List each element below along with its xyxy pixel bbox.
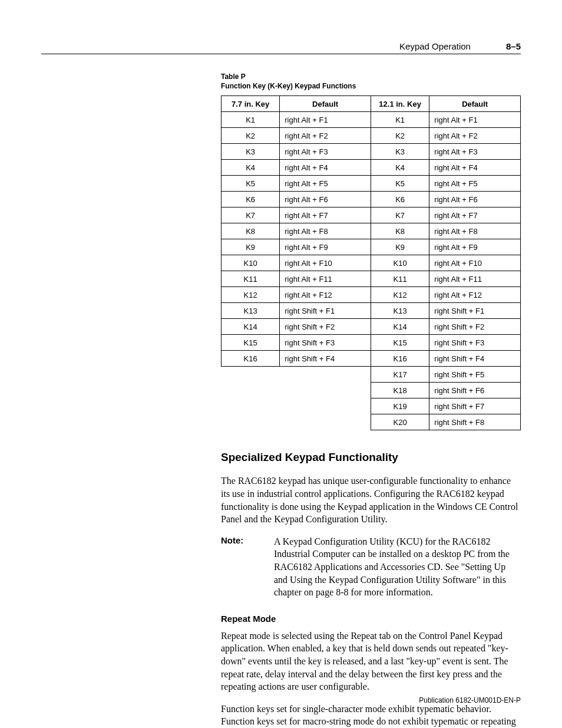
default-cell: right Shift + F2 [429,319,521,335]
key-cell [222,398,280,414]
default-cell: right Alt + F10 [280,255,371,271]
default-cell: right Alt + F1 [280,112,371,128]
caption-line2: Function Key (K-Key) Keypad Functions [221,82,356,90]
default-cell: right Shift + F4 [280,351,371,367]
default-cell: right Alt + F5 [280,176,371,192]
paragraph: Repeat mode is selected using the Repeat… [221,630,521,693]
text-run: Function keys set for single-character m… [221,704,516,728]
default-cell [280,367,371,383]
key-cell [222,414,280,430]
default-cell: right Shift + F3 [280,335,371,351]
default-cell [280,398,371,414]
default-cell: right Alt + F8 [429,223,521,239]
table-row: K6right Alt + F6K6right Alt + F6 [222,192,521,207]
table-row: K17right Shift + F5 [222,367,521,383]
table-row: K13right Shift + F1K13right Shift + F1 [222,303,521,319]
header-pagenum: 8–5 [506,41,521,51]
table-header-row: 7.7 in. Key Default 12.1 in. Key Default [222,96,521,112]
note-text: A Keypad Configuration Utility (KCU) for… [274,535,521,599]
key-cell: K8 [371,223,429,239]
key-cell: K11 [371,271,429,287]
function-key-table: 7.7 in. Key Default 12.1 in. Key Default… [221,95,521,430]
default-cell: right Alt + F4 [280,160,371,176]
key-cell: K5 [371,176,429,192]
paragraph: Function keys set for single-character m… [221,703,521,728]
key-cell: K5 [222,176,280,192]
table-caption: Table P Function Key (K-Key) Keypad Func… [221,72,521,91]
col-header: 12.1 in. Key [371,96,429,112]
default-cell: right Alt + F10 [429,255,521,271]
table-row: K9right Alt + F9K9right Alt + F9 [222,239,521,255]
key-cell: K1 [371,112,429,128]
default-cell: right Alt + F6 [429,192,521,207]
table-row: K16right Shift + F4K16right Shift + F4 [222,351,521,367]
table-row: K2right Alt + F2K2right Alt + F2 [222,128,521,144]
col-header: 7.7 in. Key [222,96,280,112]
default-cell [280,414,371,430]
key-cell: K12 [222,287,280,303]
default-cell: right Alt + F7 [429,207,521,223]
table-row: K20right Shift + F8 [222,414,521,430]
main-content: Table P Function Key (K-Key) Keypad Func… [221,72,521,728]
table-row: K3right Alt + F3K3right Alt + F3 [222,144,521,160]
key-cell: K3 [371,144,429,160]
table-row: K4right Alt + F4K4right Alt + F4 [222,160,521,176]
caption-line1: Table P [221,73,246,81]
default-cell: right Alt + F12 [280,287,371,303]
default-cell: right Alt + F9 [280,239,371,255]
key-cell: K11 [222,271,280,287]
key-cell: K12 [371,287,429,303]
default-cell: right Alt + F9 [429,239,521,255]
key-cell: K9 [371,239,429,255]
table-row: K5right Alt + F5K5right Alt + F5 [222,176,521,192]
default-cell: right Alt + F5 [429,176,521,192]
key-cell: K4 [222,160,280,176]
table-row: K7right Alt + F7K7right Alt + F7 [222,207,521,223]
table-row: K12right Alt + F12K12right Alt + F12 [222,287,521,303]
key-cell: K3 [222,144,280,160]
key-cell: K16 [222,351,280,367]
default-cell: right Shift + F1 [429,303,521,319]
default-cell: right Alt + F2 [280,128,371,144]
note-block: Note: A Keypad Configuration Utility (KC… [221,535,521,599]
key-cell: K18 [371,383,429,398]
key-cell: K7 [371,207,429,223]
default-cell: right Shift + F8 [429,414,521,430]
table-row: K18right Shift + F6 [222,383,521,398]
default-cell: right Shift + F1 [280,303,371,319]
default-cell: right Shift + F5 [429,367,521,383]
key-cell [222,367,280,383]
key-cell: K6 [371,192,429,207]
table-row: K8right Alt + F8K8right Alt + F8 [222,223,521,239]
key-cell: K14 [371,319,429,335]
table-row: K1right Alt + F1K1right Alt + F1 [222,112,521,128]
key-cell: K1 [222,112,280,128]
default-cell: right Alt + F7 [280,207,371,223]
key-cell: K17 [371,367,429,383]
default-cell: right Shift + F7 [429,398,521,414]
key-cell: K16 [371,351,429,367]
default-cell: right Shift + F3 [429,335,521,351]
key-cell: K10 [222,255,280,271]
key-cell: K19 [371,398,429,414]
default-cell: right Alt + F12 [429,287,521,303]
default-cell: right Alt + F11 [280,271,371,287]
table-row: K10right Alt + F10K10right Alt + F10 [222,255,521,271]
key-cell: K9 [222,239,280,255]
paragraph: The RAC6182 keypad has unique user-confi… [221,475,521,525]
col-header: Default [280,96,371,112]
header-title: Keypad Operation [399,41,471,51]
section-heading: Specialized Keypad Functionality [221,451,521,464]
default-cell: right Shift + F4 [429,351,521,367]
default-cell: right Shift + F2 [280,319,371,335]
key-cell: K20 [371,414,429,430]
table-row: K19right Shift + F7 [222,398,521,414]
default-cell: right Alt + F1 [429,112,521,128]
col-header: Default [429,96,521,112]
note-label: Note: [221,535,274,599]
default-cell: right Alt + F3 [280,144,371,160]
key-cell: K13 [371,303,429,319]
default-cell: right Alt + F6 [280,192,371,207]
key-cell: K2 [222,128,280,144]
table-row: K14right Shift + F2K14right Shift + F2 [222,319,521,335]
